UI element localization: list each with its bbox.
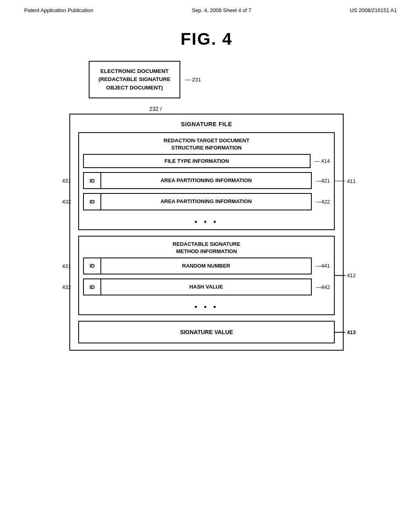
section1-row2-right-label: — 422	[316, 193, 330, 210]
header-right: US 2008/216151 A1	[350, 7, 397, 13]
main-box-label: 232	[149, 106, 159, 112]
section1-row2: 432 ID AREA PARTITIONING INFORMATION — 4…	[83, 193, 330, 210]
top-box-line1: ELECTRONIC DOCUMENT	[100, 68, 169, 74]
section3-label: 413	[334, 329, 356, 335]
main-box-title: SIGNATURE FILE	[78, 121, 335, 127]
section2-dots: • • •	[79, 299, 334, 314]
section1-row1-right-label: — 421	[316, 172, 330, 189]
section3-title: SIGNATURE VALUE	[180, 329, 233, 335]
section2-row1-left-label: 431	[62, 263, 71, 269]
diagram-area: ELECTRONIC DOCUMENT (REDACTABLE SIGNATUR…	[0, 61, 413, 351]
section2-title: REDACTABLE SIGNATURE METHOD INFORMATION	[79, 237, 334, 258]
header-left: Patent Application Publication	[24, 7, 93, 13]
section2-row2-left-label: 432	[62, 284, 71, 290]
section2-row2-id: ID	[83, 278, 101, 295]
section2-row1-content: RANDOM NUMBER	[101, 258, 312, 274]
section1-row1: 431 ID AREA PARTITIONING INFORMATION — 4…	[83, 172, 330, 189]
fig-title: FIG. 4	[0, 29, 413, 49]
section2-row1-right-label: — 441	[316, 258, 330, 274]
section1-row1-id: ID	[83, 172, 101, 189]
top-box-label: — 231	[185, 77, 201, 83]
section1-label: 411	[334, 178, 356, 184]
section1-row1-left-label: 431	[62, 178, 71, 184]
section1-box: REDACTION-TARGET DOCUMENT STRUCTURE INFO…	[78, 132, 335, 230]
section1-title: REDACTION-TARGET DOCUMENT STRUCTURE INFO…	[79, 133, 334, 154]
header-middle: Sep. 4, 2008 Sheet 4 of 7	[192, 7, 251, 13]
main-box: SIGNATURE FILE REDACTION-TARGET DOCUMENT…	[69, 114, 344, 351]
page-header: Patent Application Publication Sep. 4, 2…	[0, 0, 413, 17]
section1-dots: • • •	[79, 214, 334, 229]
section2-row1: 431 ID RANDOM NUMBER — 441	[83, 258, 330, 274]
filetype-row: FILE TYPE INFORMATION — 414	[83, 154, 330, 168]
section2-row1-id: ID	[83, 258, 101, 274]
section2-row2: 432 ID HASH VALUE — 442	[83, 278, 330, 295]
top-box-line3: OBJECT DOCUMENT)	[106, 85, 163, 91]
section1-row2-content: AREA PARTITIONING INFORMATION	[101, 193, 312, 210]
section3-box: SIGNATURE VALUE 413	[78, 321, 335, 343]
filetype-label: — 414	[315, 158, 330, 164]
section2-box: REDACTABLE SIGNATURE METHOD INFORMATION …	[78, 236, 335, 316]
section2-row2-content: HASH VALUE	[101, 278, 312, 295]
main-box-connector: 232 /	[149, 106, 162, 112]
section2-label: 412	[334, 272, 356, 278]
section1-row2-id: ID	[83, 193, 101, 210]
electronic-document-box: ELECTRONIC DOCUMENT (REDACTABLE SIGNATUR…	[89, 61, 180, 98]
filetype-box: FILE TYPE INFORMATION	[83, 154, 311, 168]
top-box-line2: (REDACTABLE SIGNATURE	[98, 76, 171, 82]
section2-row2-right-label: — 442	[316, 278, 330, 295]
section1-row1-content: AREA PARTITIONING INFORMATION	[101, 172, 312, 189]
section1-row2-left-label: 432	[62, 199, 71, 205]
top-box-wrapper: ELECTRONIC DOCUMENT (REDACTABLE SIGNATUR…	[89, 61, 201, 98]
